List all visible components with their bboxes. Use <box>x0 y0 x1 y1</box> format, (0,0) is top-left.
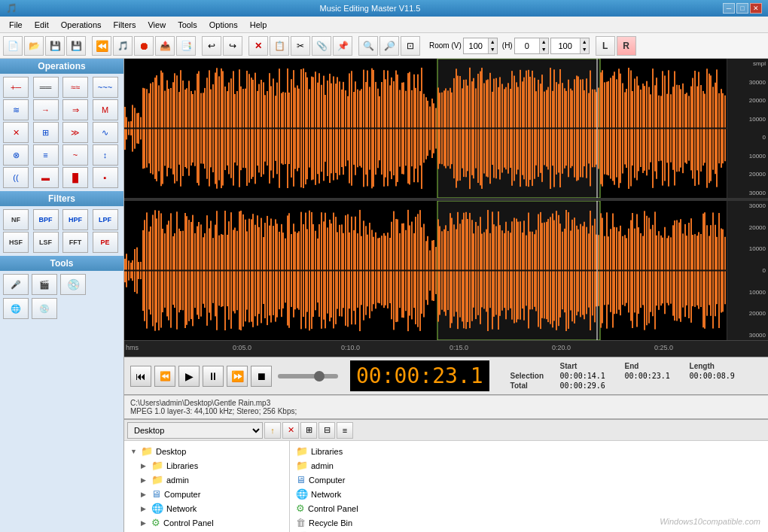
fb-path-select[interactable]: Desktop <box>127 422 263 439</box>
tool-cd[interactable]: 💿 <box>60 274 86 295</box>
tb-open[interactable]: 📂 <box>24 36 44 56</box>
op-crossfade[interactable]: ✕ <box>3 122 29 143</box>
tb-zoom-out[interactable]: 🔎 <box>379 36 399 56</box>
op-bar2[interactable]: ▐▌ <box>62 167 88 188</box>
op-move-r[interactable]: → <box>33 99 59 120</box>
filter-nf[interactable]: NF <box>3 209 29 230</box>
filter-lpf[interactable]: LPF <box>93 209 118 230</box>
fb-view-large[interactable]: ⊞ <box>300 422 317 439</box>
tb-zoom-fit[interactable]: ⊡ <box>401 36 420 56</box>
waveform-top-canvas[interactable] <box>124 59 727 198</box>
op-mark[interactable]: M <box>93 99 118 120</box>
minimize-button[interactable]: ─ <box>723 3 735 14</box>
menu-tools[interactable]: Tools <box>172 19 203 31</box>
tool-video[interactable]: 🎬 <box>32 274 57 295</box>
op-add-silence[interactable]: +─ <box>3 77 29 98</box>
tool-globe[interactable]: 🌐 <box>3 298 29 319</box>
waveform-top[interactable]: smpl 30000 20000 10000 0 10000 20000 300… <box>124 59 768 198</box>
fb-view-small[interactable]: ⊟ <box>318 422 335 439</box>
room-h-down[interactable]: ▼ <box>539 46 548 53</box>
expand-admin[interactable]: ▶ <box>141 476 148 484</box>
list-admin[interactable]: 📁 admin <box>293 458 765 473</box>
tb-zoom-in[interactable]: 🔍 <box>358 36 378 56</box>
zoom-input[interactable] <box>551 38 580 53</box>
op-wave2[interactable]: ∿ <box>93 122 118 143</box>
tb-l-channel[interactable]: L <box>596 36 615 56</box>
list-network[interactable]: 🌐 Network <box>293 487 765 501</box>
tb-paste2[interactable]: 📌 <box>333 36 352 56</box>
op-move-rr[interactable]: ⇒ <box>62 99 88 120</box>
btn-stop[interactable]: ⏹ <box>251 366 272 387</box>
menu-view[interactable]: View <box>142 19 172 31</box>
zoom-down[interactable]: ▼ <box>580 46 589 53</box>
waveform-bottom[interactable]: 30000 20000 10000 0 10000 20000 30000 <box>124 201 768 340</box>
tb-rewind[interactable]: ⏪ <box>92 36 111 56</box>
fb-delete[interactable]: ✕ <box>282 422 299 439</box>
btn-rewind-start[interactable]: ⏮ <box>130 366 151 387</box>
op-loop[interactable]: ≡ <box>33 144 59 166</box>
list-controlpanel[interactable]: ⚙ Control Panel <box>293 501 765 515</box>
tree-libraries[interactable]: ▶ 📁 Libraries <box>127 458 286 473</box>
volume-thumb[interactable] <box>314 371 325 382</box>
op-waveform1[interactable]: ≈≈ <box>62 77 88 98</box>
zoom-up[interactable]: ▲ <box>580 38 589 46</box>
btn-play[interactable]: ▶ <box>178 366 200 387</box>
volume-slider[interactable] <box>278 374 338 378</box>
tb-save-all[interactable]: 💾 <box>45 36 65 56</box>
btn-step-fwd[interactable]: ⏩ <box>227 366 248 387</box>
tool-mic[interactable]: 🎤 <box>3 274 29 295</box>
filter-lsf[interactable]: LSF <box>33 232 59 253</box>
op-reverb[interactable]: (( <box>3 167 29 188</box>
menu-edit[interactable]: Edit <box>29 19 55 31</box>
expand-libraries[interactable]: ▶ <box>141 462 148 470</box>
expand-computer[interactable]: ▶ <box>141 491 148 498</box>
menu-operations[interactable]: Operations <box>55 19 108 31</box>
op-stretch[interactable]: ≋ <box>3 99 29 120</box>
filter-hpf[interactable]: HPF <box>62 209 88 230</box>
room-v-input[interactable] <box>464 38 488 53</box>
maximize-button[interactable]: □ <box>736 3 748 14</box>
filter-bpf[interactable]: BPF <box>33 209 59 230</box>
tool-cd2[interactable]: 💿 <box>32 298 57 319</box>
op-envelope[interactable]: ~ <box>62 144 88 166</box>
room-h-up[interactable]: ▲ <box>539 38 548 46</box>
tb-batch[interactable]: 📑 <box>176 36 196 56</box>
tb-copy[interactable]: 📋 <box>270 36 289 56</box>
tb-cut-red[interactable]: ✕ <box>248 36 268 56</box>
menu-file[interactable]: File <box>3 19 29 31</box>
filter-fft[interactable]: FFT <box>62 232 88 253</box>
tree-network[interactable]: ▶ 🌐 Network <box>127 501 286 515</box>
tb-export[interactable]: 📤 <box>155 36 175 56</box>
tb-new[interactable]: 📄 <box>3 36 23 56</box>
tb-save[interactable]: 💾 <box>66 36 86 56</box>
btn-step-back[interactable]: ⏪ <box>154 366 175 387</box>
menu-filters[interactable]: Filters <box>108 19 142 31</box>
expand-controlpanel[interactable]: ▶ <box>141 519 148 527</box>
op-mix[interactable]: ══ <box>33 77 59 98</box>
filter-pe[interactable]: PE <box>93 232 118 253</box>
room-v-up[interactable]: ▲ <box>488 38 497 46</box>
filter-hsf[interactable]: HSF <box>3 232 29 253</box>
fb-view-list[interactable]: ≡ <box>337 422 353 439</box>
op-grid[interactable]: ⊞ <box>33 122 59 143</box>
room-v-down[interactable]: ▼ <box>488 46 497 53</box>
op-noise[interactable]: ~~~ <box>93 77 118 98</box>
tb-redo[interactable]: ↪ <box>223 36 242 56</box>
close-button[interactable]: ✕ <box>750 3 762 14</box>
menu-options[interactable]: Options <box>203 19 244 31</box>
op-bar1[interactable]: ▬ <box>33 167 59 188</box>
tb-paste[interactable]: 📎 <box>312 36 331 56</box>
tree-controlpanel[interactable]: ▶ ⚙ Control Panel <box>127 515 286 530</box>
tb-r-channel[interactable]: R <box>617 36 636 56</box>
tree-computer[interactable]: ▶ 🖥 Computer <box>127 487 286 501</box>
list-libraries[interactable]: 📁 Libraries <box>293 444 765 458</box>
waveform-bottom-canvas[interactable] <box>124 201 727 340</box>
op-bar3[interactable]: ▪ <box>93 167 118 188</box>
tb-scissors[interactable]: ✂ <box>291 36 310 56</box>
op-pitch[interactable]: ↕ <box>93 144 118 166</box>
room-h-input[interactable] <box>515 38 539 53</box>
tb-record[interactable]: ⏺ <box>134 36 154 56</box>
list-computer[interactable]: 🖥 Computer <box>293 473 765 487</box>
tree-desktop[interactable]: ▼ 📁 Desktop <box>127 444 286 458</box>
tree-admin[interactable]: ▶ 📁 admin <box>127 473 286 487</box>
